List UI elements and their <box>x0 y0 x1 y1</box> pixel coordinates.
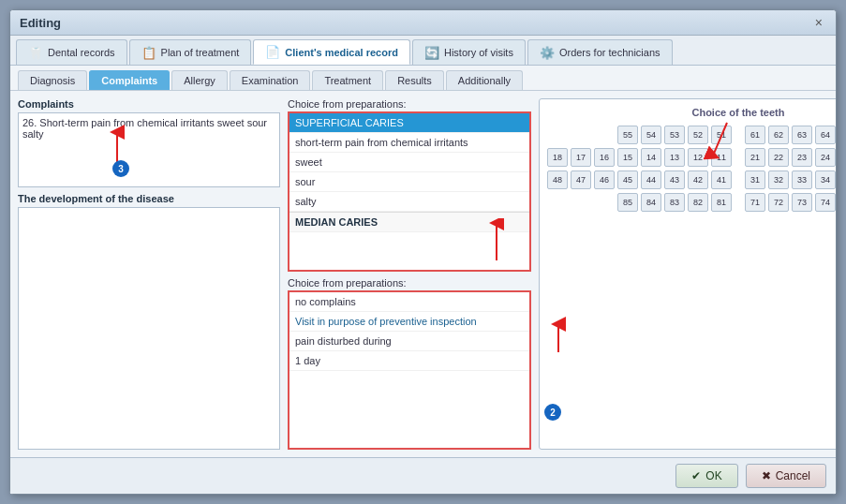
tooth-73[interactable]: 73 <box>792 193 812 212</box>
tooth-41[interactable]: 41 <box>711 170 732 189</box>
tooth-72[interactable]: 72 <box>768 193 789 212</box>
tab-allergy[interactable]: Allergy <box>171 70 228 90</box>
tooth-51[interactable]: 51 <box>711 126 732 144</box>
choice-section-lower: Choice from preparations: no complains V… <box>288 277 531 451</box>
choice-item-no-complains[interactable]: no complains <box>289 292 529 312</box>
tooth-22[interactable]: 22 <box>768 148 789 167</box>
tooth-71[interactable]: 71 <box>745 193 765 212</box>
tab-history-visits[interactable]: 🔄 History of visits <box>412 39 526 65</box>
ok-button[interactable]: ✔ OK <box>675 464 737 488</box>
tooth-81[interactable]: 81 <box>711 193 732 212</box>
tooth-23[interactable]: 23 <box>792 148 812 167</box>
choice-list-upper[interactable]: SUPERFICIAL CARIES short-term pain from … <box>288 111 531 272</box>
tab-plan-label: Plan of treatment <box>161 47 240 58</box>
tab-medical-label: Client's medical record <box>285 47 398 58</box>
choice-item-short-term[interactable]: short-term pain from chemical irritants <box>289 133 529 153</box>
cancel-button[interactable]: ✖ Cancel <box>746 464 826 488</box>
tooth-11[interactable]: 11 <box>711 148 732 167</box>
choice-item-median[interactable]: MEDIAN CARIES <box>289 212 529 232</box>
tooth-13[interactable]: 13 <box>664 148 685 167</box>
tab-treatment-label: Treatment <box>324 75 371 86</box>
disease-text-area[interactable] <box>18 207 280 450</box>
right-panel: Choice of the teeth 55 54 53 52 51 61 62… <box>539 98 836 450</box>
tooth-82[interactable]: 82 <box>688 193 708 212</box>
choice-item-sour[interactable]: sour <box>289 172 529 192</box>
tab-plan-treatment[interactable]: 📋 Plan of treatment <box>129 39 252 65</box>
choice-list-lower[interactable]: no complains Visit in purpose of prevent… <box>288 290 531 451</box>
tooth-18[interactable]: 18 <box>547 148 568 167</box>
tooth-53[interactable]: 53 <box>664 126 685 144</box>
tooth-14[interactable]: 14 <box>641 148 661 167</box>
tooth-61[interactable]: 61 <box>745 126 765 144</box>
medical-icon: 📄 <box>265 45 280 59</box>
tooth-44[interactable]: 44 <box>641 170 661 189</box>
disease-label: The development of the disease <box>18 193 280 204</box>
tab-treatment[interactable]: Treatment <box>312 70 383 90</box>
tab-orders-technicians[interactable]: ⚙️ Orders for technicians <box>527 39 673 65</box>
choice-item-superficial[interactable]: SUPERFICIAL CARIES <box>289 113 529 133</box>
complaints-content: 26. Short-term pain from chemical irrita… <box>22 117 267 140</box>
tooth-62[interactable]: 62 <box>768 126 789 144</box>
tooth-31[interactable]: 31 <box>745 170 765 189</box>
tab-dental-records[interactable]: 🦷 Dental records <box>16 39 127 65</box>
teeth-selection-box: Choice of the teeth 55 54 53 52 51 61 62… <box>539 98 836 450</box>
tooth-54[interactable]: 54 <box>641 126 661 144</box>
complaints-section: Complaints 26. Short-term pain from chem… <box>18 98 280 187</box>
tooth-42[interactable]: 42 <box>688 170 708 189</box>
tooth-16[interactable]: 16 <box>594 148 615 167</box>
teeth-grid: 55 54 53 52 51 61 62 63 64 65 18 <box>547 126 836 212</box>
teeth-row-2: 18 17 16 15 14 13 12 11 21 22 23 24 25 <box>547 148 836 167</box>
tooth-47[interactable]: 47 <box>571 170 591 189</box>
tooth-33[interactable]: 33 <box>792 170 812 189</box>
orders-icon: ⚙️ <box>540 46 555 60</box>
tooth-83[interactable]: 83 <box>664 193 685 212</box>
tooth-63[interactable]: 63 <box>792 126 812 144</box>
tooth-12[interactable]: 12 <box>688 148 708 167</box>
tooth-21[interactable]: 21 <box>745 148 765 167</box>
teeth-row-4: 85 84 83 82 81 71 72 73 74 75 <box>547 193 836 212</box>
complaints-text-area[interactable]: 26. Short-term pain from chemical irrita… <box>18 112 280 187</box>
tab-diagnosis[interactable]: Diagnosis <box>18 70 87 90</box>
tooth-34[interactable]: 34 <box>815 170 836 189</box>
tab-medical-record[interactable]: 📄 Client's medical record <box>253 39 410 65</box>
tooth-85[interactable]: 85 <box>617 193 638 212</box>
choice-item-visit-preventive[interactable]: Visit in purpose of preventive inspectio… <box>289 312 529 332</box>
history-icon: 🔄 <box>424 46 439 60</box>
choice-item-pain-disturbed[interactable]: pain disturbed during <box>289 332 529 351</box>
tab-history-label: History of visits <box>444 47 513 58</box>
tab-results[interactable]: Results <box>385 70 444 90</box>
tooth-24[interactable]: 24 <box>815 148 836 167</box>
tooth-32[interactable]: 32 <box>768 170 789 189</box>
tooth-64[interactable]: 64 <box>815 126 836 144</box>
cancel-x-icon: ✖ <box>762 469 771 482</box>
tooth-46[interactable]: 46 <box>594 170 615 189</box>
close-button[interactable]: × <box>811 15 826 30</box>
tab-additionally[interactable]: Additionally <box>446 70 523 90</box>
dental-icon: 🦷 <box>28 46 43 60</box>
annotation-badge-3: 3 <box>112 160 129 177</box>
tooth-48[interactable]: 48 <box>547 170 568 189</box>
choice-item-salty[interactable]: salty <box>289 192 529 212</box>
outer-tab-bar: 🦷 Dental records 📋 Plan of treatment 📄 C… <box>10 36 836 66</box>
tab-examination[interactable]: Examination <box>230 70 311 90</box>
tab-results-label: Results <box>397 75 432 86</box>
tab-complaints[interactable]: Complaints <box>89 70 170 90</box>
tooth-84[interactable]: 84 <box>641 193 661 212</box>
tooth-45[interactable]: 45 <box>617 170 638 189</box>
tooth-43[interactable]: 43 <box>664 170 685 189</box>
middle-panel: Choice from preparations: SUPERFICIAL CA… <box>288 98 531 450</box>
left-panel: Complaints 26. Short-term pain from chem… <box>18 98 280 450</box>
choice-item-sweet[interactable]: sweet <box>289 153 529 172</box>
tooth-17[interactable]: 17 <box>571 148 591 167</box>
dialog: Editing × 🦷 Dental records 📋 Plan of tre… <box>9 9 837 495</box>
choice-item-1day[interactable]: 1 day <box>289 351 529 371</box>
annotation-badge-2: 2 <box>544 404 561 421</box>
cancel-label: Cancel <box>776 469 810 482</box>
tooth-52[interactable]: 52 <box>688 126 708 144</box>
choice-section-upper: Choice from preparations: SUPERFICIAL CA… <box>288 98 531 272</box>
tooth-15[interactable]: 15 <box>617 148 638 167</box>
tooth-55[interactable]: 55 <box>617 126 638 144</box>
title-bar: Editing × <box>10 10 836 36</box>
tab-diagnosis-label: Diagnosis <box>30 75 75 86</box>
tooth-74[interactable]: 74 <box>815 193 836 212</box>
